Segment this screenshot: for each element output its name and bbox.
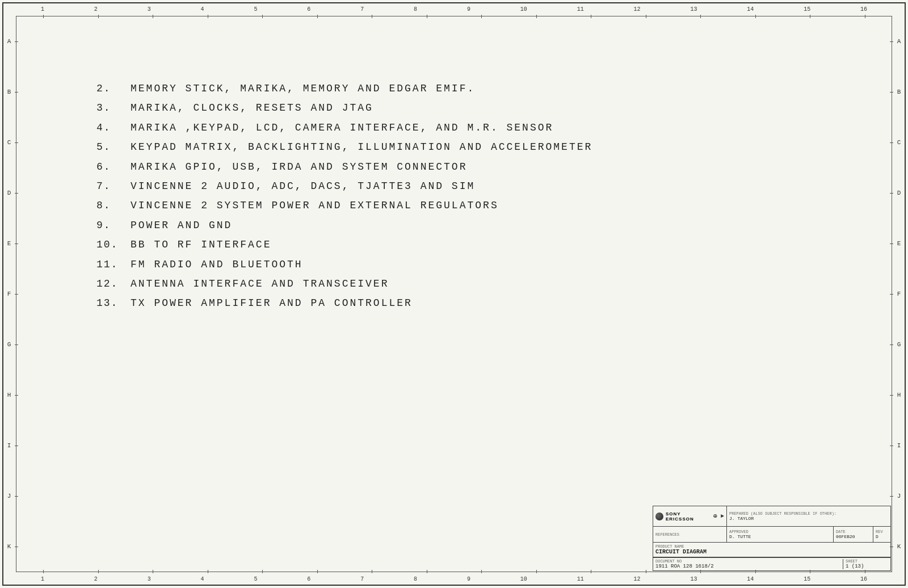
ruler-right-letter: H bbox=[897, 392, 901, 398]
ruler-left-letter: B bbox=[7, 89, 11, 95]
tick-mark bbox=[15, 243, 18, 244]
ruler-bottom-number: 15 bbox=[804, 576, 810, 582]
approved-value: D. TUTTE bbox=[729, 534, 831, 539]
sheet-item-title: BB TO RF INTERFACE bbox=[131, 236, 271, 254]
sheet-no-value: 1 (13) bbox=[846, 564, 888, 569]
ruler-bottom-number: 14 bbox=[747, 576, 754, 582]
sheet-item-title: MARIKA, CLOCKS, RESETS AND JTAG bbox=[131, 99, 373, 117]
ruler-left-letter: E bbox=[7, 240, 11, 247]
ruler-bottom-number: 13 bbox=[690, 576, 697, 582]
tick-mark bbox=[890, 243, 893, 244]
tick-mark bbox=[890, 92, 893, 93]
ruler-right: ABCDEFGHIJK bbox=[892, 16, 906, 572]
sheet-item-title: FM RADIO AND BLUETOOTH bbox=[131, 255, 303, 274]
sheet-list: 2.MEMORY STICK, MARIKA, MEMORY AND EDGAR… bbox=[96, 79, 592, 314]
tick-mark bbox=[646, 570, 646, 573]
doc-no-value: 1911 ROA 128 1618/2 bbox=[655, 564, 843, 569]
list-item: 4.MARIKA ,KEYPAD, LCD, CAMERA INTERFACE,… bbox=[96, 119, 592, 137]
list-item: 11.FM RADIO AND BLUETOOTH bbox=[96, 255, 592, 274]
tick-mark bbox=[755, 15, 756, 18]
arrow-icon: ► bbox=[721, 513, 724, 519]
list-item: 9.POWER AND GND bbox=[96, 216, 592, 234]
tick-mark bbox=[15, 193, 18, 194]
tick-mark bbox=[15, 446, 18, 446]
ruler-top-number: 15 bbox=[804, 6, 810, 12]
tick-mark bbox=[536, 570, 537, 573]
tick-mark bbox=[481, 15, 482, 18]
logo-sphere-icon bbox=[655, 513, 663, 520]
sheet-item-number: 11. bbox=[96, 259, 131, 270]
ruler-top-number: 12 bbox=[634, 6, 641, 12]
ruler-bottom-number: 8 bbox=[414, 576, 417, 582]
doc-no-cell: DOCUMENT NO 1911 ROA 128 1618/2 bbox=[655, 559, 843, 569]
ruler-bottom-number: 1 bbox=[41, 576, 44, 582]
ruler-left-letter: I bbox=[7, 442, 11, 449]
tick-mark bbox=[372, 570, 372, 573]
tick-mark bbox=[262, 15, 263, 18]
references-cell: References bbox=[653, 527, 727, 542]
sheet-item-number: 13. bbox=[96, 297, 131, 309]
date-cell: DATE 06FEB20 bbox=[834, 527, 873, 542]
ruler-bottom-number: 16 bbox=[860, 576, 867, 582]
prepared-by-cell: PREPARED (ALSO SUBJECT RESPONSIBLE IF OT… bbox=[727, 506, 890, 526]
tick-mark bbox=[208, 15, 208, 18]
ruler-bottom-number: 5 bbox=[254, 576, 257, 582]
ruler-left-letter: G bbox=[7, 341, 11, 348]
list-item: 7.VINCENNE 2 AUDIO, ADC, DACS, TJATTE3 A… bbox=[96, 177, 592, 195]
sheet-item-number: 8. bbox=[96, 200, 131, 211]
ruler-top-number: 14 bbox=[747, 6, 754, 12]
tick-mark bbox=[646, 15, 646, 18]
prepared-by-label: PREPARED (ALSO SUBJECT RESPONSIBLE IF OT… bbox=[729, 511, 888, 516]
ruler-bottom-number: 9 bbox=[467, 576, 470, 582]
tick-mark bbox=[890, 41, 893, 42]
tick-mark bbox=[591, 570, 591, 573]
tick-mark bbox=[153, 15, 153, 18]
tick-mark bbox=[262, 570, 263, 573]
sheet-item-number: 9. bbox=[96, 220, 131, 231]
tick-mark bbox=[890, 294, 893, 295]
tick-mark bbox=[700, 570, 701, 573]
tick-mark bbox=[890, 547, 893, 547]
company-logo-cell: SONY ERICSSON ⊕ ► bbox=[653, 506, 727, 526]
sheet-label: SHEET bbox=[846, 559, 888, 564]
prepared-by-value: J. TAYLOR bbox=[729, 516, 888, 521]
sheet-item-number: 6. bbox=[96, 161, 131, 173]
list-item: 12.ANTENNA INTERFACE AND TRANSCEIVER bbox=[96, 275, 592, 293]
sheet-cell: SHEET 1 (13) bbox=[843, 559, 888, 569]
ruler-right-letter: I bbox=[897, 442, 901, 449]
tick-mark bbox=[890, 395, 893, 396]
ruler-top-number: 8 bbox=[414, 6, 417, 12]
date-label: DATE bbox=[836, 530, 871, 534]
product-name-value: CIRCUIT DIAGRAM bbox=[655, 549, 888, 555]
ruler-left-letter: D bbox=[7, 190, 11, 196]
tick-mark bbox=[890, 446, 893, 446]
tick-mark bbox=[15, 294, 18, 295]
company-name: SONY ERICSSON bbox=[666, 511, 710, 522]
sheet-item-number: 12. bbox=[96, 278, 131, 289]
sheet-item-title: TX POWER AMPLIFIER AND PA CONTROLLER bbox=[131, 294, 413, 312]
list-item: 13.TX POWER AMPLIFIER AND PA CONTROLLER bbox=[96, 294, 592, 312]
ruler-bottom-number: 6 bbox=[307, 576, 310, 582]
tick-mark bbox=[153, 570, 153, 573]
rev-label: REV bbox=[876, 530, 888, 534]
ruler-top-number: 13 bbox=[690, 6, 697, 12]
sheet-item-title: VINCENNE 2 SYSTEM POWER AND EXTERNAL REG… bbox=[131, 196, 499, 215]
rev-cell: REV D bbox=[873, 527, 890, 542]
ruler-top-number: 2 bbox=[94, 6, 98, 12]
tick-mark bbox=[15, 92, 18, 93]
approved-label: APPROVED bbox=[729, 530, 831, 534]
ruler-bottom-number: 12 bbox=[634, 576, 641, 582]
drawing-area: 12345678910111213141516 1234567891011121… bbox=[0, 0, 908, 588]
tick-mark bbox=[208, 570, 208, 573]
list-item: 10.BB TO RF INTERFACE bbox=[96, 236, 592, 254]
tick-mark bbox=[317, 570, 318, 573]
ruler-left-letter: K bbox=[7, 543, 11, 550]
product-name-row: PRODUCT NAME CIRCUIT DIAGRAM bbox=[653, 543, 890, 557]
sheet-item-title: POWER AND GND bbox=[131, 216, 232, 234]
sheet-item-title: MARIKA GPIO, USB, IRDA AND SYSTEM CONNEC… bbox=[131, 158, 467, 176]
ruler-bottom-number: 10 bbox=[520, 576, 527, 582]
rev-value: D bbox=[876, 534, 888, 539]
tick-mark bbox=[372, 15, 372, 18]
sheet-item-number: 4. bbox=[96, 122, 131, 133]
sheet-item-title: ANTENNA INTERFACE AND TRANSCEIVER bbox=[131, 275, 389, 293]
